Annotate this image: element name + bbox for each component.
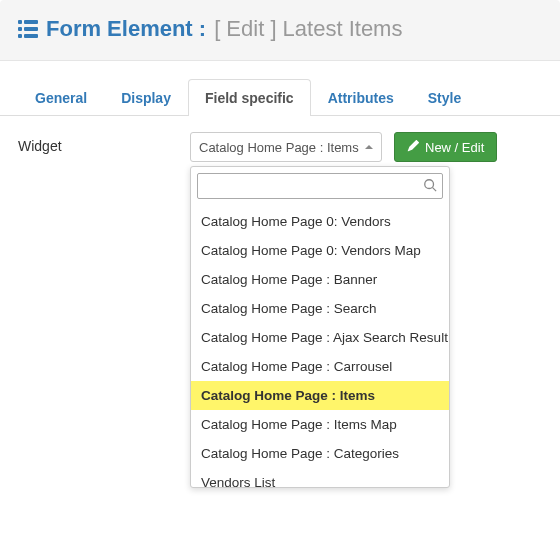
dropdown-option[interactable]: Catalog Home Page 0: Vendors <box>191 207 449 236</box>
widget-dropdown: Catalog Home Page 0: VendorsCatalog Home… <box>190 166 450 488</box>
tab-attributes[interactable]: Attributes <box>311 79 411 116</box>
caret-up-icon <box>365 145 373 149</box>
title-strong: Form Element : <box>46 16 206 42</box>
page-title: Form Element : [ Edit ] Latest Items <box>18 16 542 42</box>
new-edit-label: New / Edit <box>425 140 484 155</box>
dropdown-option[interactable]: Catalog Home Page : Categories <box>191 439 449 468</box>
dropdown-search-input[interactable] <box>197 173 443 199</box>
dropdown-option[interactable]: Catalog Home Page : Banner <box>191 265 449 294</box>
dropdown-option[interactable]: Catalog Home Page : Items Map <box>191 410 449 439</box>
list-icon <box>18 20 38 38</box>
title-context: [ Edit ] Latest Items <box>214 16 402 42</box>
svg-rect-2 <box>18 27 22 31</box>
dropdown-option[interactable]: Catalog Home Page : Carrousel <box>191 352 449 381</box>
dropdown-search-wrap <box>191 167 449 205</box>
widget-row: Widget Catalog Home Page : Items Catalog… <box>0 116 560 178</box>
dropdown-option[interactable]: Vendors List <box>191 468 449 487</box>
dropdown-option[interactable]: Catalog Home Page : Ajax Search Result <box>191 323 449 352</box>
edit-icon <box>407 140 419 155</box>
dropdown-option[interactable]: Catalog Home Page : Items <box>191 381 449 410</box>
dropdown-option[interactable]: Catalog Home Page : Search <box>191 294 449 323</box>
svg-rect-1 <box>24 20 38 24</box>
tab-field-specific[interactable]: Field specific <box>188 79 311 116</box>
widget-select[interactable]: Catalog Home Page : Items <box>190 132 382 162</box>
tab-style[interactable]: Style <box>411 79 478 116</box>
widget-select-wrap: Catalog Home Page : Items Catalog Home P… <box>190 132 382 162</box>
svg-rect-0 <box>18 20 22 24</box>
svg-rect-4 <box>18 34 22 38</box>
page-header: Form Element : [ Edit ] Latest Items <box>0 0 560 61</box>
dropdown-option[interactable]: Catalog Home Page 0: Vendors Map <box>191 236 449 265</box>
svg-rect-3 <box>24 27 38 31</box>
tab-general[interactable]: General <box>18 79 104 116</box>
dropdown-list[interactable]: Catalog Home Page 0: VendorsCatalog Home… <box>191 205 449 487</box>
widget-label: Widget <box>18 132 178 154</box>
new-edit-button[interactable]: New / Edit <box>394 132 497 162</box>
svg-rect-5 <box>24 34 38 38</box>
tab-bar: GeneralDisplayField specificAttributesSt… <box>0 61 560 116</box>
widget-select-value: Catalog Home Page : Items <box>199 140 359 155</box>
tab-display[interactable]: Display <box>104 79 188 116</box>
